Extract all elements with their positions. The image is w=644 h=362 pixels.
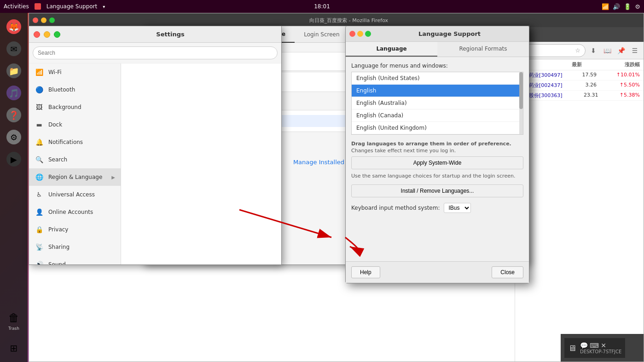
- settings-sidebar: 📶 Wi-Fi 🔵 Bluetooth 🖼 Background ▬ Dock …: [29, 63, 121, 264]
- settings-item-region[interactable]: 🌐 Region & Language ▶: [29, 168, 121, 186]
- stock-price-3: 23.31: [584, 92, 598, 99]
- background-icon: 🖼: [35, 103, 44, 112]
- stock-price-2: 3.26: [585, 82, 597, 89]
- lang-item-en-au[interactable]: English (Australia): [352, 97, 519, 109]
- settings-search-bar: [29, 43, 281, 63]
- keyboard-icon: ⌨: [590, 342, 599, 349]
- browser-min-btn[interactable]: [41, 17, 46, 23]
- stock-table-header: 名称最新涨跌幅: [515, 59, 644, 70]
- settings-title: Settings: [64, 31, 277, 38]
- ls-help-btn[interactable]: Help: [351, 266, 380, 278]
- browser-close-btn[interactable]: [33, 17, 38, 23]
- settings-close-btn[interactable]: [34, 31, 40, 38]
- settings-item-sharing[interactable]: 📡 Sharing: [29, 238, 121, 256]
- settings-item-online[interactable]: 👤 Online Accounts: [29, 203, 121, 221]
- settings-body: 📶 Wi-Fi 🔵 Bluetooth 🖼 Background ▬ Dock …: [29, 63, 281, 264]
- reading-mode-icon[interactable]: 📖: [601, 45, 613, 57]
- region-arrow-icon: ▶: [111, 175, 115, 180]
- ls-close-btn[interactable]: [349, 31, 355, 37]
- browser-max-btn[interactable]: [49, 17, 55, 23]
- top-bar-left: Activities Language Support ▾: [4, 3, 105, 10]
- settings-max-btn[interactable]: [54, 31, 60, 38]
- remote-desktop-icon: 🖥: [568, 343, 576, 353]
- settings-item-universal[interactable]: ♿ Universal Access: [29, 186, 121, 203]
- trash-icon[interactable]: 🗑 Trash: [4, 310, 24, 331]
- settings-item-dock[interactable]: ▬ Dock: [29, 116, 121, 133]
- close-remote-icon[interactable]: ✕: [601, 342, 606, 349]
- settings-min-btn[interactable]: [44, 31, 50, 38]
- settings-item-sound[interactable]: 🔊 Sound: [29, 256, 121, 264]
- taskbar: 🦊 ✉ 📁 🎵 ❓ ⚙ ▶ 🗑 Trash ⊞: [0, 13, 28, 362]
- install-remove-btn[interactable]: Install / Remove Languages...: [351, 184, 523, 197]
- lang-item-en-us[interactable]: English (United States): [352, 72, 519, 85]
- settings-privacy-label: Privacy: [48, 226, 68, 233]
- pocket-icon[interactable]: 📌: [615, 45, 627, 57]
- region-tab-login[interactable]: Login Screen: [295, 26, 348, 43]
- lang-support-titlebar: Language Support: [346, 26, 529, 42]
- ls-tab-regional[interactable]: Regional Formats: [437, 42, 529, 57]
- notifications-icon: 🔔: [35, 138, 44, 147]
- ls-section-title: Language for menus and windows:: [351, 63, 523, 69]
- stock-change-2: ↑5.50%: [620, 82, 640, 89]
- bookmark-star-icon[interactable]: ☆: [575, 47, 580, 54]
- lang-item-en-ca[interactable]: English (Canada): [352, 109, 519, 122]
- top-bar: Activities Language Support ▾ 18:01 📶 🔊 …: [0, 0, 644, 13]
- tray-settings-icon[interactable]: ⚙: [635, 3, 640, 10]
- ls-min-btn[interactable]: [357, 31, 363, 37]
- settings-notifications-label: Notifications: [48, 139, 83, 145]
- lang-item-en[interactable]: English: [352, 85, 519, 97]
- ls-keyboard-label: Keyboard input method system:: [351, 205, 440, 211]
- ls-apply-note: Use the same language choices for startu…: [351, 173, 523, 179]
- lang-item-en-uk[interactable]: English (United Kingdom): [352, 122, 519, 134]
- stock-row-2[interactable]: 营卫药业[002437] 3.26 ↑5.50%: [515, 80, 644, 91]
- dropdown-arrow[interactable]: ▾: [103, 4, 105, 9]
- settings-item-bluetooth[interactable]: 🔵 Bluetooth: [29, 81, 121, 98]
- more-menu-icon[interactable]: ☰: [629, 45, 641, 57]
- settings-item-background[interactable]: 🖼 Background: [29, 98, 121, 116]
- ls-win-btns: [349, 31, 371, 37]
- search-icon: 🔍: [35, 155, 44, 164]
- bluetooth-icon: 🔵: [35, 85, 44, 94]
- download-icon[interactable]: ⬇: [587, 45, 599, 57]
- universal-icon: ♿: [35, 190, 44, 199]
- activities-label[interactable]: Activities: [4, 3, 29, 10]
- settings-sound-label: Sound: [48, 261, 66, 264]
- taskbar-item-email[interactable]: ✉: [4, 39, 24, 59]
- app-grid-btn[interactable]: ⊞: [4, 338, 24, 358]
- stock-panel: 名称最新涨跌幅 富祥药业[300497] 17.59 ↑10.01% 营卫药业[…: [515, 59, 644, 362]
- tray-power-icon[interactable]: 🔋: [624, 3, 631, 10]
- ls-keyboard-row: Keyboard input method system: IBus: [351, 203, 523, 213]
- ls-close-footer-btn[interactable]: Close: [492, 266, 523, 278]
- taskbar-item-firefox[interactable]: 🦊: [4, 17, 24, 37]
- ls-tab-language[interactable]: Language: [346, 42, 437, 57]
- settings-item-search[interactable]: 🔍 Search: [29, 151, 121, 168]
- settings-search-input[interactable]: [33, 46, 278, 59]
- ls-drag-note-regular: Changes take effect next time you log in…: [351, 148, 456, 154]
- ls-keyboard-select[interactable]: IBus: [444, 203, 471, 213]
- ls-max-btn[interactable]: [365, 31, 371, 37]
- settings-item-notifications[interactable]: 🔔 Notifications: [29, 133, 121, 151]
- taskbar-item-files[interactable]: 📁: [4, 61, 24, 81]
- app-name-label: Language Support: [46, 3, 97, 10]
- desktop-name-label: DESKTOP-7STFJCE: [580, 349, 621, 354]
- settings-universal-label: Universal Access: [48, 191, 95, 198]
- online-icon: 👤: [35, 207, 44, 217]
- sharing-icon: 📡: [35, 242, 44, 252]
- settings-dock-label: Dock: [48, 121, 62, 128]
- apply-system-wide-btn[interactable]: Apply System-Wide: [351, 156, 523, 169]
- tray-sound-icon[interactable]: 🔊: [613, 3, 620, 10]
- app-indicator-icon: [35, 3, 41, 10]
- stock-row-3[interactable]: 博象股份[300363] 23.31 ↑5.38%: [515, 91, 644, 101]
- taskbar-item-terminal[interactable]: ▶: [4, 149, 24, 169]
- taskbar-item-music[interactable]: 🎵: [4, 83, 24, 103]
- stock-row-1[interactable]: 富祥药业[300497] 17.59 ↑10.01%: [515, 70, 644, 80]
- settings-item-wifi[interactable]: 📶 Wi-Fi: [29, 63, 121, 81]
- tray-network-icon[interactable]: 📶: [602, 3, 609, 10]
- stock-change-1: ↑10.01%: [616, 72, 640, 79]
- taskbar-item-settings[interactable]: ⚙: [4, 127, 24, 147]
- stock-price-1: 17.59: [582, 72, 597, 79]
- taskbar-item-help[interactable]: ❓: [4, 105, 24, 125]
- stock-change-3: ↑5.38%: [620, 92, 640, 99]
- chat-icon: 💬: [580, 342, 588, 349]
- settings-item-privacy[interactable]: 🔒 Privacy: [29, 221, 121, 238]
